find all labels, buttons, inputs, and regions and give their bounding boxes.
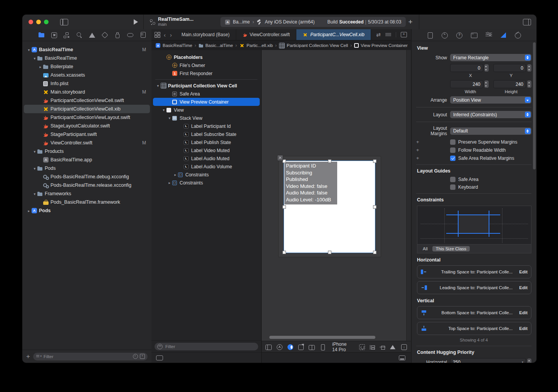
view-preview-container-frame[interactable]: Participant ID Subscribing Published Vid… — [278, 156, 381, 257]
chevron-down-icon[interactable] — [155, 84, 161, 88]
y-field[interactable]: 0 — [493, 64, 526, 72]
source-control-navigator-icon[interactable] — [51, 32, 57, 38]
accessibility-icon[interactable] — [277, 344, 282, 350]
attributes-inspector-icon[interactable] — [486, 32, 492, 39]
file-row[interactable]: Pods_BasicRealTime.framework — [24, 198, 150, 206]
outline-row-label[interactable]: Label Publish State — [153, 138, 260, 146]
identity-inspector-icon[interactable] — [471, 32, 477, 39]
outline-row-label[interactable]: Label Participant Id — [153, 122, 260, 130]
project-navigator-icon[interactable] — [39, 32, 45, 38]
checkbox-checked[interactable] — [450, 156, 455, 161]
appearance-toggle-icon[interactable] — [287, 344, 293, 350]
preview-device-icon[interactable] — [399, 355, 405, 360]
breadcrumb-container[interactable]: View Preview Container — [354, 43, 408, 48]
scheme-project[interactable]: RealTimeSam... main — [149, 17, 193, 27]
canvas-horizontal-scrollbar[interactable] — [269, 336, 375, 339]
close-preview-icon[interactable] — [277, 155, 283, 161]
stack-view-labels[interactable]: Participant ID Subscribing Published Vid… — [284, 162, 337, 204]
file-row-project[interactable]: Pods — [24, 206, 150, 215]
toggle-outline-icon[interactable] — [266, 345, 272, 350]
add-constraint-plus[interactable]: + — [416, 155, 422, 161]
update-frames-icon[interactable] — [359, 344, 365, 350]
stepper-icon[interactable] — [527, 358, 531, 363]
align-icon[interactable] — [370, 345, 375, 350]
checkbox-unchecked[interactable] — [450, 139, 455, 145]
stepper-icon[interactable] — [484, 80, 489, 88]
add-constraints-icon[interactable] — [380, 345, 385, 350]
checkbox-unchecked[interactable] — [450, 184, 455, 190]
file-row-folder[interactable]: Frameworks — [24, 189, 150, 198]
issue-navigator-icon[interactable] — [89, 32, 95, 38]
stepper-icon[interactable] — [527, 64, 531, 72]
close-window-button[interactable] — [29, 20, 33, 24]
segment-all[interactable]: All — [423, 246, 428, 251]
recent-files-icon[interactable] — [133, 354, 138, 359]
find-navigator-icon[interactable] — [76, 32, 82, 38]
source-control-filter-icon[interactable] — [140, 354, 145, 359]
width-field[interactable]: 240 — [450, 80, 483, 88]
split-view-icon[interactable] — [309, 345, 315, 350]
chevron-right-icon[interactable] — [173, 173, 178, 177]
outline-row-label[interactable]: Label Subscribe State — [153, 130, 260, 138]
resolve-autolayout-icon[interactable] — [390, 344, 396, 350]
outline-row-label[interactable]: Label Video Muted — [153, 146, 260, 154]
related-items-icon[interactable] — [155, 32, 160, 37]
label-video-muted[interactable]: Video Muted: false — [286, 183, 337, 190]
x-field[interactable]: 0 — [450, 64, 483, 72]
navigator-filter-field[interactable] — [33, 353, 148, 360]
file-row[interactable]: Assets.xcassets — [24, 71, 150, 79]
add-constraint-plus[interactable]: + — [416, 147, 422, 153]
resize-handle[interactable] — [373, 159, 376, 163]
file-inspector-icon[interactable] — [427, 32, 434, 39]
hugging-horizontal-combo[interactable]: 250 — [450, 358, 526, 363]
outline-row-label[interactable]: Label Audio Volume — [153, 162, 260, 171]
edit-button[interactable]: Edit — [519, 310, 528, 315]
outline-filter-input[interactable] — [165, 344, 255, 349]
tab-viewcontroller[interactable]: ViewController.swift — [236, 29, 296, 40]
selected-view[interactable]: Participant ID Subscribing Published Vid… — [284, 161, 375, 253]
stepper-icon[interactable] — [527, 80, 531, 88]
embed-icon[interactable] — [401, 344, 407, 350]
label-audio-volume[interactable]: Audio Level: -100dB — [286, 196, 337, 203]
file-row[interactable]: Pods-BasicRealTime.release.xcconfig — [24, 181, 150, 189]
add-tab-button[interactable]: + — [406, 18, 415, 26]
file-row-project[interactable]: BasicRealTimeM — [24, 45, 150, 54]
code-review-icon[interactable]: ⇄ — [376, 32, 381, 38]
file-row-selected[interactable]: ParticipantCollectionViewCell.xib — [24, 105, 150, 113]
tab-participant-xib-active[interactable]: ParticipantC...ViewCell.xib — [296, 29, 371, 40]
outline-row-label[interactable]: Label Audio Muted — [153, 154, 260, 162]
report-navigator-icon[interactable] — [140, 32, 146, 38]
forward-button[interactable]: › — [170, 32, 172, 38]
label-publish-state[interactable]: Published — [286, 176, 337, 183]
label-audio-muted[interactable]: Audio Muted: false — [286, 189, 337, 196]
add-file-button[interactable]: + — [26, 353, 30, 360]
breadcrumb-folder[interactable]: Basic...alTime — [198, 43, 233, 48]
history-inspector-icon[interactable] — [442, 32, 448, 39]
outline-row-first-responder[interactable]: First Responder — [153, 69, 260, 77]
connections-inspector-icon[interactable] — [515, 32, 521, 39]
device-name[interactable]: iPhone 14 Pro — [332, 342, 347, 352]
edit-button[interactable]: Edit — [519, 285, 528, 290]
breakpoint-navigator-icon[interactable] — [127, 32, 133, 38]
outline-row-constraints[interactable]: Constraints — [153, 179, 260, 187]
outline-row-cell[interactable]: Participant Collection View Cell — [153, 82, 260, 90]
checkbox-unchecked[interactable] — [450, 177, 455, 182]
chevron-down-icon[interactable] — [167, 116, 172, 120]
interface-builder-canvas[interactable]: Participant ID Subscribing Published Vid… — [262, 50, 411, 363]
chevron-down-icon[interactable] — [32, 166, 37, 171]
arrange-popup[interactable]: Position View — [450, 96, 531, 104]
outline-row-placeholders[interactable]: Placeholders — [153, 53, 260, 61]
layout-popup[interactable]: Inferred (Constraints) — [450, 111, 531, 118]
debug-navigator-icon[interactable] — [114, 32, 121, 38]
scheme-device[interactable]: Any iOS Device (arm64) — [265, 19, 314, 25]
size-inspector-icon-selected[interactable] — [500, 32, 507, 39]
file-row-folder[interactable]: Products — [24, 147, 150, 156]
stepper-icon[interactable] — [484, 64, 489, 72]
chevron-right-icon[interactable] — [26, 209, 32, 213]
resize-handle[interactable] — [282, 205, 286, 209]
run-button[interactable] — [134, 19, 138, 25]
chevron-down-icon[interactable] — [32, 149, 37, 154]
chevron-down-icon[interactable] — [32, 56, 37, 60]
test-navigator-icon[interactable] — [102, 32, 108, 38]
outline-row-constraints[interactable]: Constraints — [153, 171, 260, 179]
